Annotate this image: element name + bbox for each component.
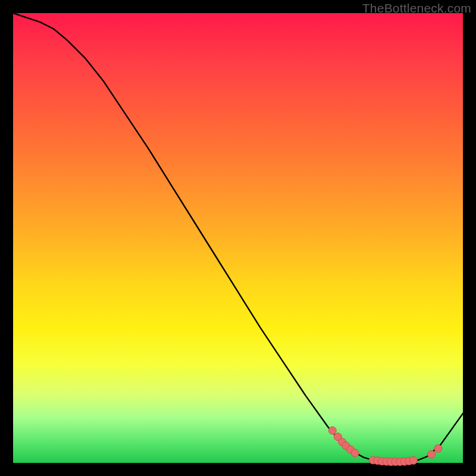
- curve-line: [13, 13, 463, 462]
- data-marker: [328, 427, 336, 434]
- data-marker: [434, 444, 442, 452]
- watermark-label: TheBottleneck.com: [362, 1, 471, 15]
- watermark-text: TheBottleneck.com: [362, 1, 471, 15]
- chart-overlay: [13, 13, 463, 463]
- data-marker: [351, 449, 359, 457]
- data-marker: [409, 456, 417, 464]
- data-markers: [328, 427, 442, 466]
- data-marker: [428, 450, 436, 458]
- chart-container: TheBottleneck.com: [0, 0, 476, 476]
